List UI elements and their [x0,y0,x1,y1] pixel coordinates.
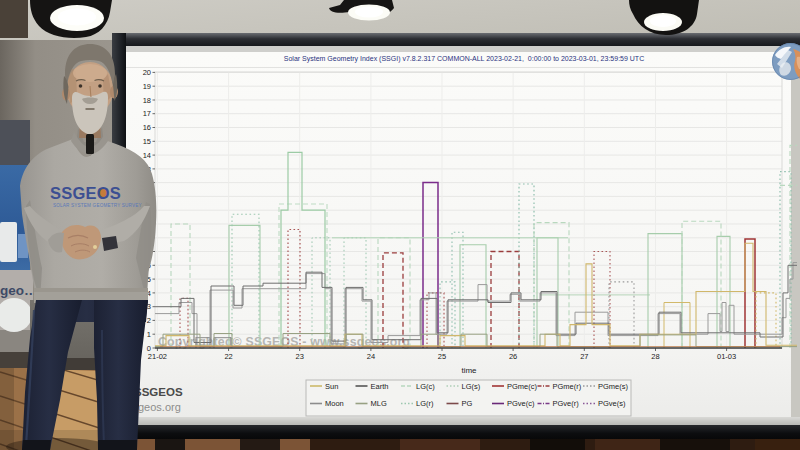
svg-text:PGve(s): PGve(s) [598,399,626,408]
svg-text:LG(r): LG(r) [416,399,434,408]
svg-text:PGve(r): PGve(r) [553,399,580,408]
svg-text:Earth: Earth [371,382,389,391]
svg-text:time: time [461,366,477,375]
svg-text:24: 24 [367,352,375,361]
svg-text:PGve(c): PGve(c) [507,399,535,408]
svg-text:SSGEOS: SSGEOS [50,184,121,202]
svg-text:PGme(c): PGme(c) [507,382,538,391]
svg-text:26: 26 [509,352,517,361]
svg-text:01-03: 01-03 [717,352,736,361]
svg-text:Moon: Moon [325,399,344,408]
svg-text:PG: PG [462,399,473,408]
svg-text:LG(c): LG(c) [416,382,435,391]
svg-text:27: 27 [580,352,588,361]
svg-text:MLG: MLG [371,399,387,408]
svg-text:28: 28 [651,352,659,361]
svg-text:22: 22 [224,352,232,361]
svg-text:25: 25 [438,352,446,361]
svg-text:LG(s): LG(s) [462,382,481,391]
svg-text:SOLAR SYSTEM GEOMETRY SURVEY: SOLAR SYSTEM GEOMETRY SURVEY [53,203,142,208]
svg-text:23: 23 [296,352,304,361]
svg-text:Sun: Sun [325,382,338,391]
svg-text:PGme(s): PGme(s) [598,382,629,391]
svg-text:PGme(r): PGme(r) [553,382,582,391]
